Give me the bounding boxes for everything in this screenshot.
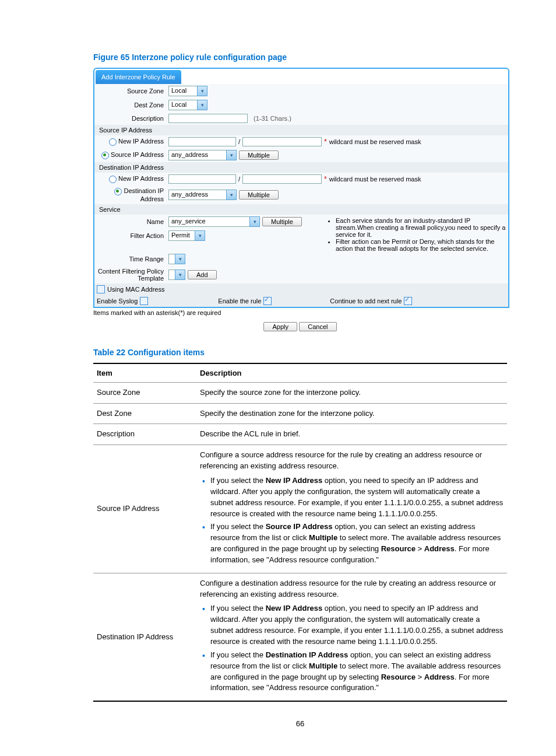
label-dest-zone: Dest Zone [97, 102, 168, 108]
td-item: Source IP Address [93, 445, 196, 573]
wildcard-note-dst: wildcard must be reserved mask [329, 176, 421, 183]
select-dest-ip[interactable]: any_address▾ [168, 190, 237, 200]
label-new-ip-dst: New IP Address [97, 175, 168, 183]
chevron-down-icon: ▾ [249, 216, 260, 227]
label-enable-rule: Enable the rule [218, 298, 261, 304]
label-use-mac: Using MAC Address [105, 286, 164, 293]
radio-dest-ip[interactable] [114, 188, 122, 195]
chevron-down-icon: ▾ [175, 254, 185, 264]
add-cft-button[interactable]: Add [188, 270, 217, 279]
td-item: Destination IP Address [93, 573, 196, 701]
select-source-zone[interactable]: Local▾ [168, 86, 207, 96]
label-new-ip-src: New IP Address [97, 138, 168, 146]
label-source-zone: Source Zone [97, 88, 168, 94]
chevron-down-icon: ▾ [226, 190, 237, 200]
multiple-src-button[interactable]: Multiple [239, 150, 279, 160]
input-new-ip-src[interactable] [168, 137, 236, 146]
label-time-range: Time Range [97, 256, 168, 262]
select-time-range[interactable]: ▾ [168, 254, 185, 264]
figure-title: Figure 65 Interzone policy rule configur… [93, 52, 507, 62]
input-new-ip-dst-mask[interactable] [242, 174, 322, 184]
select-filter-action[interactable]: Permit▾ [168, 230, 205, 241]
section-source-ip: Source IP Address [97, 127, 152, 134]
input-new-ip-dst[interactable] [168, 174, 236, 184]
radio-source-ip[interactable] [101, 152, 109, 159]
input-description[interactable] [168, 114, 248, 123]
required-mark: * [324, 175, 327, 183]
td-desc: Specify the destination zone for the int… [196, 403, 507, 424]
td-desc: Specify the source zone for the interzon… [196, 382, 507, 403]
td-desc: Configure a source address resource for … [196, 445, 507, 573]
th-desc: Description [196, 363, 507, 383]
input-new-ip-src-mask[interactable] [242, 137, 322, 146]
label-enable-syslog: Enable Syslog [97, 298, 138, 304]
form-panel: Add Interzone Policy Rule Source Zone Lo… [93, 68, 509, 308]
label-filter-action: Filter Action [97, 232, 168, 239]
checkbox-use-mac[interactable] [97, 285, 105, 293]
td-item: Dest Zone [93, 403, 196, 424]
label-dest-ip-addr: Destination IP Address [97, 187, 168, 202]
checkbox-enable-syslog[interactable] [140, 297, 148, 305]
hint-desc-chars: (1-31 Chars.) [254, 115, 291, 122]
chevron-down-icon: ▾ [197, 86, 207, 96]
select-dest-zone[interactable]: Local▾ [168, 100, 207, 110]
td-item: Description [93, 424, 196, 445]
page-number: 66 [93, 719, 507, 728]
label-service-name: Name [97, 218, 168, 225]
required-mark: * [324, 138, 327, 146]
chevron-down-icon: ▾ [175, 270, 185, 280]
cancel-button[interactable]: Cancel [299, 322, 336, 331]
select-source-ip[interactable]: any_address▾ [168, 150, 237, 160]
label-continue: Continue to add next rule [330, 298, 402, 304]
multiple-dst-button[interactable]: Multiple [239, 190, 279, 200]
config-table: ItemDescription Source ZoneSpecify the s… [93, 363, 507, 702]
td-desc: Describe the ACL rule in brief. [196, 424, 507, 445]
table-title: Table 22 Configuration items [93, 348, 507, 357]
chevron-down-icon: ▾ [226, 150, 237, 160]
multiple-service-button[interactable]: Multiple [262, 217, 302, 226]
service-notes: Each service stands for an industry-stan… [328, 217, 508, 252]
chevron-down-icon: ▾ [197, 100, 207, 110]
label-source-ip-addr: Source IP Address [97, 151, 168, 159]
select-cft[interactable]: ▾ [168, 270, 185, 280]
th-item: Item [93, 363, 196, 383]
required-note: Items marked with an asterisk(*) are req… [93, 309, 507, 316]
label-cft: Content Filtering Policy Template [97, 268, 168, 282]
radio-new-ip-dst[interactable] [109, 176, 117, 183]
select-service[interactable]: any_service▾ [168, 216, 260, 227]
wildcard-note-src: wildcard must be reserved mask [329, 138, 421, 145]
section-dest-ip: Destination IP Address [97, 164, 164, 171]
checkbox-enable-rule[interactable] [263, 297, 272, 305]
radio-new-ip-src[interactable] [109, 138, 117, 146]
chevron-down-icon: ▾ [195, 230, 205, 241]
td-desc: Configure a destination address resource… [196, 573, 507, 701]
tab-add-interzone[interactable]: Add Interzone Policy Rule [96, 70, 181, 84]
label-description: Description [97, 115, 168, 122]
td-item: Source Zone [93, 382, 196, 403]
section-service: Service [97, 206, 121, 213]
apply-button[interactable]: Apply [263, 322, 297, 331]
checkbox-continue[interactable] [404, 297, 412, 305]
